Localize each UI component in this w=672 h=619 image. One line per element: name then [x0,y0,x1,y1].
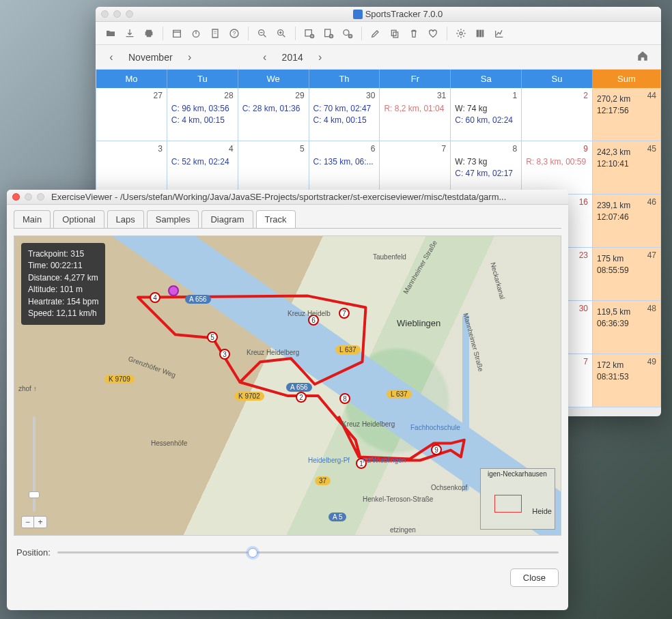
cal-cell[interactable]: 2 [522,88,593,141]
add-cal-icon[interactable] [301,25,318,42]
columns-icon[interactable] [472,25,488,42]
tab-laps[interactable]: Laps [107,210,144,228]
delete-icon[interactable] [406,25,422,42]
cal-entry[interactable]: W: 73 kg [455,156,517,168]
chart-icon[interactable] [491,25,507,42]
cal-cell[interactable]: 30C: 70 km, 02:47C: 4 km, 00:15 [309,88,380,141]
cal-header: Th [309,70,380,88]
tab-diagram[interactable]: Diagram [201,210,253,228]
cal-entry[interactable]: W: 74 kg [455,103,517,115]
open-icon[interactable] [102,25,119,42]
calendar-icon[interactable] [169,25,185,42]
shield-a656-2: A 656 [286,383,312,392]
heart-icon[interactable] [425,25,441,42]
day-number: 23 [579,250,588,260]
edit-icon[interactable] [367,25,384,42]
print-icon[interactable] [141,25,157,42]
add-weight-icon[interactable] [339,25,356,42]
minimap-viewport[interactable] [494,495,522,513]
cal-entry[interactable]: R: 8,2 km, 01:04 [384,103,446,115]
cal-entry[interactable]: C: 4 km, 00:15 [171,115,234,126]
cal-cell[interactable]: 28C: 96 km, 03:56C: 4 km, 00:15 [167,88,238,141]
position-thumb[interactable] [248,548,257,558]
prev-year-button[interactable]: ‹ [255,51,275,63]
cal-cell[interactable]: 9R: 8,3 km, 00:59 [522,141,593,195]
day-number: 16 [579,197,588,207]
minimap[interactable]: igen-Neckarhausen Heide [480,468,555,530]
track-map[interactable]: 4 5 3 2 6 7 8 1 9 Trackpoint: 315 Time: … [14,235,561,536]
close-icon[interactable] [12,193,20,201]
track-marker-8[interactable]: 8 [339,393,350,404]
close-icon[interactable] [101,10,109,18]
cal-entry[interactable]: C: 135 km, 06:... [313,156,376,168]
cal-cell[interactable]: 31R: 8,2 km, 01:04 [380,88,451,141]
cal-cell[interactable]: 4C: 52 km, 02:24 [167,141,238,195]
cal-cell[interactable]: 7 [380,141,451,195]
minimize-icon[interactable] [113,10,121,18]
cal-header: Sum [593,70,661,88]
cal-sum-cell: 49172 km08:31:53 [593,354,661,407]
app-icon [353,10,363,19]
zoom-slider[interactable]: − + [21,416,47,528]
help-icon[interactable]: ? [226,25,242,42]
svg-rect-16 [482,29,484,37]
shield-a656: A 656 [185,295,211,304]
week-number: 48 [647,304,656,313]
next-year-button[interactable]: › [310,51,331,63]
maximize-icon[interactable] [126,10,133,18]
week-number: 46 [647,197,656,207]
home-icon[interactable] [636,50,649,64]
track-marker-4[interactable]: 4 [150,292,160,303]
cal-entry[interactable]: C: 28 km, 01:36 [242,103,305,115]
shield-l637: L 637 [335,345,361,354]
day-number: 2 [583,91,588,100]
settings-icon[interactable] [453,25,469,42]
track-marker-9[interactable]: 9 [431,444,442,455]
cal-cell[interactable]: 5 [238,141,309,195]
day-number: 5 [300,144,305,154]
cal-cell[interactable]: 8W: 73 kgC: 47 km, 02:17 [451,141,522,195]
maximize-icon[interactable] [37,193,44,201]
zoom-out-icon[interactable] [254,25,270,42]
track-marker-7[interactable]: 7 [339,308,350,319]
track-marker-3[interactable]: 3 [219,349,230,360]
cal-cell[interactable]: 3 [96,141,167,195]
cal-sum-cell: 45242,3 km12:10:41 [593,141,661,195]
track-marker-5[interactable]: 5 [207,332,218,343]
cal-cell[interactable]: 27 [96,88,167,141]
cal-entry[interactable]: C: 47 km, 02:17 [455,168,517,179]
sum-time: 08:31:53 [597,371,656,383]
tab-optional[interactable]: Optional [53,210,104,228]
add-note-icon[interactable] [320,25,337,42]
next-month-button[interactable]: › [180,51,200,63]
place-hd-pf: Heidelberg-Pf [308,457,350,464]
zoom-in-icon[interactable] [273,25,290,42]
cal-entry[interactable]: C: 60 km, 02:24 [455,115,517,126]
cal-entry[interactable]: C: 70 km, 02:47 [313,103,376,115]
track-marker-current[interactable] [168,285,179,296]
tab-track[interactable]: Track [256,210,296,228]
note-icon[interactable] [207,25,223,42]
cal-cell[interactable]: 29C: 28 km, 01:36 [238,88,309,141]
tab-samples[interactable]: Samples [147,210,199,228]
cal-header: Mo [96,70,167,88]
track-marker-2[interactable]: 2 [296,392,307,403]
stopwatch-icon[interactable] [188,25,204,42]
save-icon[interactable] [122,25,138,42]
cal-entry[interactable]: R: 8,3 km, 00:59 [526,156,588,168]
zoom-thumb[interactable] [29,491,40,498]
cal-entry[interactable]: C: 52 km, 02:24 [171,156,234,168]
zoom-in-button[interactable]: + [34,517,46,528]
position-slider[interactable] [57,547,559,558]
cal-entry[interactable]: C: 4 km, 00:15 [313,115,376,126]
cal-cell[interactable]: 1W: 74 kgC: 60 km, 02:24 [451,88,522,141]
copy-icon[interactable] [387,25,403,42]
zoom-out-button[interactable]: − [22,517,34,528]
prev-month-button[interactable]: ‹ [101,51,122,63]
close-button[interactable]: Close [510,568,559,587]
cal-sum-cell: 48119,5 km06:36:39 [593,301,661,354]
minimize-icon[interactable] [25,193,32,201]
tab-main[interactable]: Main [14,210,51,228]
cal-entry[interactable]: C: 96 km, 03:56 [171,103,234,115]
cal-cell[interactable]: 6C: 135 km, 06:... [309,141,380,195]
